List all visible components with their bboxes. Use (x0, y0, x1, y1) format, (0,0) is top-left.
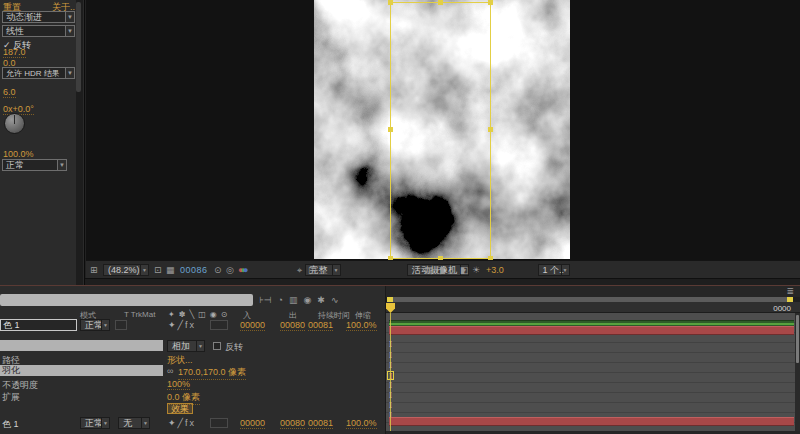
column-header-trkmat[interactable]: T TrkMat (124, 310, 155, 319)
selection-handle[interactable] (438, 0, 443, 5)
trkmat-dropdown[interactable]: 无 ▼ (118, 417, 150, 429)
current-time-display[interactable]: 00086 (180, 264, 208, 276)
scrollbar-thumb[interactable] (76, 2, 81, 92)
stretch-value[interactable]: 100.0% (346, 320, 377, 331)
column-header-switches: ✦✽╲◫◉⊙ (168, 310, 231, 319)
snapshot-icon[interactable]: ⊙ (214, 264, 222, 276)
fast-preview-icon[interactable]: ☀ (472, 264, 480, 276)
motion-blur-icon[interactable]: ◉ (303, 295, 311, 306)
chevron-down-icon: ▼ (141, 418, 149, 428)
noise-type-dropdown[interactable]: 线性 ▼ (2, 25, 75, 37)
chevron-down-icon: ▼ (65, 68, 74, 78)
column-header-mode[interactable]: 模式 (80, 310, 96, 319)
channels-icon[interactable]: ●●● (238, 264, 248, 276)
effect-controls-panel: 重置 关于.. 动态渐进 ▼ 线性 ▼ ✓ 反转 187.0 0.0 允许 HD… (0, 0, 85, 285)
graph-editor-icon[interactable]: ∿ (331, 295, 339, 306)
trkmat-well (115, 320, 127, 330)
chevron-down-icon: ▼ (101, 418, 109, 428)
selection-handle[interactable] (388, 0, 393, 5)
grid-guides-icon[interactable]: ◫ (308, 264, 317, 276)
blend-mode-dropdown[interactable]: 正常 ▼ (2, 159, 67, 171)
blend-mode-dropdown[interactable]: 正常 ▼ (80, 417, 110, 429)
magnification-dropdown[interactable]: (48.2%) ▼ (103, 264, 149, 276)
layout-icon[interactable]: ▤ (424, 264, 433, 276)
overflow-dropdown[interactable]: 允许 HDR 结果 ▼ (2, 67, 75, 79)
camera-wireframe-icon[interactable]: △ (448, 264, 455, 276)
mask-opacity-value[interactable]: 100% (167, 379, 190, 390)
layer2-duration-bar[interactable] (389, 417, 794, 426)
mask-feather-row[interactable]: 羽化 ∞ 170.0,170.0 像素 (0, 365, 384, 378)
timeline-vertical-scrollbar[interactable] (795, 313, 800, 431)
effects-group-row[interactable]: 效果 (0, 403, 384, 416)
region-of-interest-icon[interactable]: ⌖ (297, 264, 302, 276)
chevron-down-icon: ▼ (65, 12, 74, 22)
current-time-indicator[interactable] (386, 303, 395, 313)
column-header-in[interactable]: 入 (243, 310, 251, 319)
in-value[interactable]: 00000 (240, 320, 265, 331)
layer-name-field[interactable]: 色 1 (0, 319, 77, 331)
timeline-search-field[interactable] (0, 294, 253, 306)
composition-viewer: ⊞ (48.2%) ▼ ⊡ ▦ 00086 ⊙ ◎ ●●● 完整 ▼ ⌖ ◫ 活… (86, 0, 800, 278)
mask-feather-highlight[interactable]: 羽化 (0, 365, 163, 376)
layer-name[interactable]: 色 1 (2, 418, 19, 431)
panel-divider (85, 278, 800, 285)
panel-menu-icon[interactable]: ≣ (786, 286, 794, 296)
mask-name-highlight[interactable] (0, 340, 163, 351)
selection-handle[interactable] (488, 127, 493, 132)
current-time-indicator-line[interactable] (390, 313, 391, 431)
link-icon[interactable]: ∞ (167, 366, 173, 376)
layer1-duration-bar[interactable] (389, 326, 794, 335)
mask-group-row[interactable]: 相加 ▼ 反转 (0, 340, 384, 353)
out-value[interactable]: 00080 (280, 320, 305, 331)
roi-icon[interactable]: ⊡ (154, 264, 162, 276)
fractal-type-dropdown[interactable]: 动态渐进 ▼ (2, 11, 75, 23)
layer-selection-outline[interactable] (390, 2, 491, 259)
out-value[interactable]: 00080 (280, 418, 305, 429)
layer-row-1[interactable]: 色 1 正常 ▼ ✦╱fx 00000 00080 00081 100.0% (0, 319, 384, 332)
selection-handle[interactable] (388, 127, 393, 132)
snap-icon[interactable]: ⊦⊣ (259, 295, 272, 306)
view-layout-dropdown[interactable]: 1 个.. ▼ (538, 264, 570, 276)
viewer-menu-icon[interactable]: ⊞ (90, 264, 98, 276)
duration-value[interactable]: 00081 (308, 418, 333, 429)
track-area[interactable]: I I I I I I I I (386, 313, 796, 431)
show-snapshot-icon[interactable]: ◎ (226, 264, 234, 276)
after-effects-window: 重置 关于.. 动态渐进 ▼ 线性 ▼ ✓ 反转 187.0 0.0 允许 HD… (0, 0, 800, 434)
shy-layers-icon[interactable]: ◔ (278, 295, 283, 306)
timeline-left-section: ⊦⊣ ◔ ▥ ◉ ✱ ∿ 模式 T TrkMat ✦✽╲◫◉⊙ 入 出 持续时间… (0, 286, 384, 434)
effects-group-label[interactable]: 效果 (167, 403, 193, 414)
column-header-stretch[interactable]: 伸缩 (355, 310, 371, 319)
mask-invert-checkbox[interactable] (213, 342, 221, 350)
parent-well (210, 418, 228, 428)
in-value[interactable]: 00000 (240, 418, 265, 429)
layer-row-2[interactable]: 色 1 正常 ▼ 无 ▼ ✦╱fx 00000 00080 00081 100.… (0, 417, 384, 430)
time-ruler[interactable]: 0000 (386, 302, 800, 313)
effects-panel-scrollbar[interactable] (76, 0, 83, 285)
exposure-value[interactable]: +3.0 (486, 264, 504, 276)
layer-switches[interactable]: ✦╱fx (168, 418, 196, 428)
transparency-grid-icon[interactable]: ▦ (166, 264, 175, 276)
stretch-value[interactable]: 100.0% (346, 418, 377, 429)
timeline-toolbar: ⊦⊣ ◔ ▥ ◉ ✱ ∿ (259, 295, 384, 306)
layer-switches[interactable]: ✦╱fx (168, 320, 196, 330)
composition-canvas[interactable] (86, 0, 800, 260)
column-header-duration[interactable]: 持续时间 (318, 310, 350, 319)
selection-handle[interactable] (488, 0, 493, 5)
scrollbar-thumb[interactable] (796, 315, 799, 363)
pixel-aspect-icon[interactable]: ◧ (460, 264, 469, 276)
frame-blend-icon[interactable]: ▥ (289, 295, 298, 306)
column-header-out[interactable]: 出 (289, 310, 297, 319)
evolution-dial[interactable] (4, 113, 25, 134)
brainstorm-icon[interactable]: ✱ (317, 295, 325, 306)
duration-value[interactable]: 00081 (308, 320, 333, 331)
mask-mode-dropdown[interactable]: 相加 ▼ (167, 340, 205, 352)
chevron-down-icon: ▼ (140, 265, 148, 275)
contrast-value[interactable]: 187.0 (3, 47, 26, 58)
mask-expansion-row[interactable]: 扩展 0.0 像素 (0, 390, 384, 403)
chevron-down-icon: ▼ (332, 265, 340, 275)
complexity-value[interactable]: 6.0 (3, 87, 16, 98)
chevron-down-icon: ▼ (196, 341, 204, 351)
layout-icon[interactable]: ◨ (436, 264, 445, 276)
blend-mode-dropdown[interactable]: 正常 ▼ (80, 319, 110, 331)
parent-well (210, 320, 228, 330)
